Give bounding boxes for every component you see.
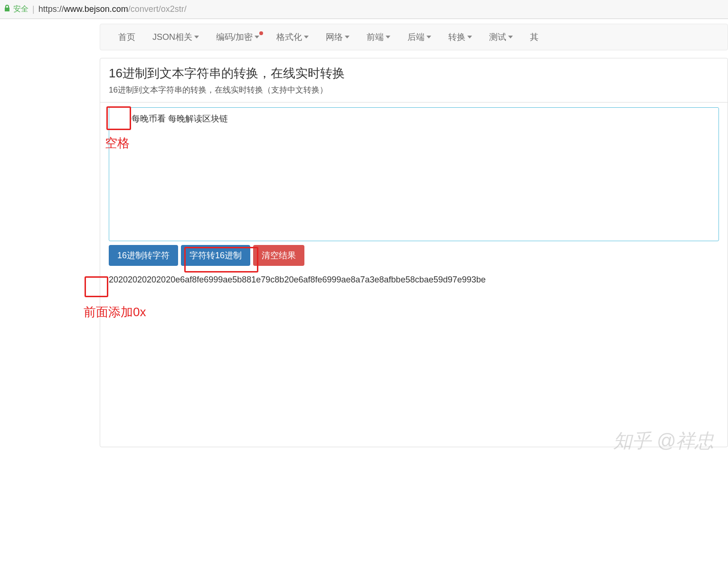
nav-other[interactable]: 其 bbox=[521, 24, 547, 50]
main-panel: 16进制到文本字符串的转换，在线实时转换 16进制到文本字符串的转换，在线实时转… bbox=[100, 58, 728, 447]
input-textarea[interactable]: 每晚币看 每晚解读区块链 bbox=[109, 107, 719, 241]
nav-json[interactable]: JSON相关 bbox=[144, 24, 208, 50]
nav-frontend[interactable]: 前端 bbox=[358, 24, 399, 50]
chevron-down-icon bbox=[467, 36, 472, 38]
lock-icon bbox=[4, 4, 10, 14]
nav-backend[interactable]: 后端 bbox=[399, 24, 440, 50]
nav-label: JSON相关 bbox=[152, 31, 192, 43]
nav-label: 编码/加密 bbox=[216, 31, 253, 43]
input-value: 每晚币看 每晚解读区块链 bbox=[115, 114, 228, 123]
page-body: 首页 JSON相关 编码/加密 格式化 网络 前端 后端 转换 bbox=[0, 19, 728, 465]
nav-label: 其 bbox=[530, 31, 539, 43]
chevron-down-icon bbox=[304, 36, 309, 38]
nav-label: 网络 bbox=[326, 31, 343, 43]
chevron-down-icon bbox=[345, 36, 350, 38]
nav-label: 测试 bbox=[489, 31, 506, 43]
nav-convert[interactable]: 转换 bbox=[440, 24, 481, 50]
chevron-down-icon bbox=[508, 36, 513, 38]
nav-label: 后端 bbox=[407, 31, 425, 43]
main-navbar: 首页 JSON相关 编码/加密 格式化 网络 前端 后端 转换 bbox=[100, 24, 728, 50]
nav-label: 首页 bbox=[118, 31, 135, 43]
page-title: 16进制到文本字符串的转换，在线实时转换 bbox=[109, 65, 719, 82]
nav-encode[interactable]: 编码/加密 bbox=[208, 24, 268, 50]
str-to-hex-button[interactable]: 字符转16进制 bbox=[181, 245, 250, 266]
url-host: www.bejson.com bbox=[64, 4, 128, 14]
chevron-down-icon bbox=[426, 36, 431, 38]
secure-label: 安全 bbox=[13, 4, 28, 14]
hex-to-str-button[interactable]: 16进制转字符 bbox=[109, 245, 178, 266]
url-path: /convert/ox2str/ bbox=[128, 4, 187, 14]
clear-button[interactable]: 清空结果 bbox=[253, 245, 304, 266]
nav-network[interactable]: 网络 bbox=[317, 24, 358, 50]
output-value: 20202020202020e6af8fe6999ae5b881e79c8b20… bbox=[109, 275, 486, 284]
url-protocol: https:// bbox=[38, 4, 64, 14]
address-divider: | bbox=[32, 4, 35, 14]
output-textarea[interactable]: 20202020202020e6af8fe6999ae5b881e79c8b20… bbox=[109, 269, 719, 411]
action-button-row: 16进制转字符 字符转16进制 清空结果 bbox=[109, 245, 719, 266]
panel-header: 16进制到文本字符串的转换，在线实时转换 16进制到文本字符串的转换，在线实时转… bbox=[100, 58, 728, 103]
nav-label: 前端 bbox=[367, 31, 384, 43]
nav-test[interactable]: 测试 bbox=[481, 24, 521, 50]
nav-label: 转换 bbox=[448, 31, 465, 43]
browser-address-bar: 安全 | https://www.bejson.com/convert/ox2s… bbox=[0, 0, 728, 19]
page-subtitle: 16进制到文本字符串的转换，在线实时转换（支持中文转换） bbox=[109, 85, 719, 95]
chevron-down-icon bbox=[255, 36, 259, 38]
nav-home[interactable]: 首页 bbox=[110, 24, 144, 50]
chevron-down-icon bbox=[194, 36, 199, 38]
nav-label: 格式化 bbox=[276, 31, 302, 43]
nav-format[interactable]: 格式化 bbox=[268, 24, 317, 50]
url-display[interactable]: https://www.bejson.com/convert/ox2str/ bbox=[38, 4, 187, 14]
notification-dot-icon bbox=[259, 31, 263, 35]
chevron-down-icon bbox=[386, 36, 390, 38]
